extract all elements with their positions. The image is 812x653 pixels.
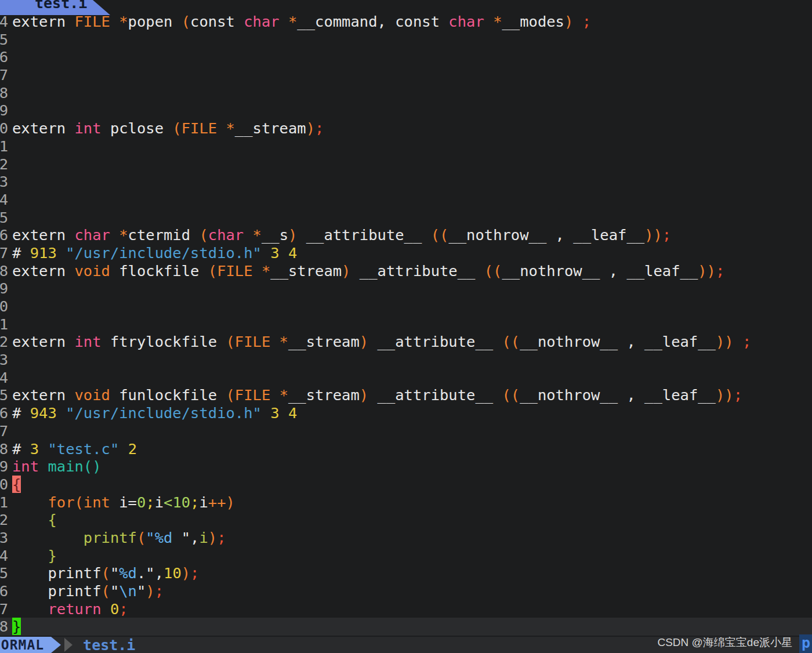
code-line[interactable]: 1088} (0, 618, 812, 636)
code-line[interactable]: 1074 (0, 369, 812, 387)
line-number: 1084 (0, 547, 8, 565)
watermark: CSDN @海绵宝宝de派小星 (657, 635, 792, 650)
code-text: } (12, 618, 21, 635)
code-text: extern char *ctermid (char *__s) __attri… (12, 226, 671, 244)
line-number: 1083 (0, 529, 8, 547)
code-line[interactable]: 1060extern int pclose (FILE *__stream); (0, 119, 812, 137)
code-text: extern FILE *popen (const char *__comman… (12, 13, 591, 30)
code-line[interactable]: 1063 (0, 173, 812, 191)
line-number: 1078 (0, 440, 8, 458)
line-number: 1064 (0, 191, 8, 209)
line-number: 1076 (0, 404, 8, 422)
line-number: 1057 (0, 66, 8, 84)
line-number: 1081 (0, 494, 8, 511)
code-text: printf("%d ",i); (12, 529, 226, 546)
line-number: 1088 (0, 618, 8, 636)
tab-test-i[interactable]: test.i (0, 0, 111, 15)
code-line[interactable]: 1086 printf("\n"); (0, 582, 812, 600)
line-number: 1080 (0, 476, 8, 494)
corner-glyph: p (799, 634, 812, 653)
code-line[interactable]: 1081 for(int i=0;i<10;i++) (0, 494, 812, 511)
code-line[interactable]: 1084 } (0, 547, 812, 565)
code-line[interactable]: 1055 (0, 31, 812, 49)
line-number: 1069 (0, 280, 8, 298)
tabline: test.i (0, 0, 812, 15)
code-text: extern int pclose (FILE *__stream); (12, 119, 324, 137)
line-number: 1058 (0, 84, 8, 102)
code-text: extern void flockfile (FILE *__stream) _… (12, 262, 724, 280)
code-text: int main() (12, 458, 102, 475)
code-line[interactable]: 1079int main() (0, 458, 812, 476)
code-line[interactable]: 1083 printf("%d ",i); (0, 529, 812, 547)
line-number: 1072 (0, 333, 8, 351)
line-number: 1073 (0, 351, 8, 369)
code-line[interactable]: 1059 (0, 101, 812, 119)
code-line[interactable]: 1065 (0, 209, 812, 227)
chevron-right-icon (64, 638, 72, 652)
code-line[interactable]: 1075extern void funlockfile (FILE *__str… (0, 386, 812, 404)
code-line[interactable]: 1085 printf("%d.",10); (0, 564, 812, 582)
line-number: 1070 (0, 298, 8, 315)
line-number: 1074 (0, 369, 8, 387)
code-text: for(int i=0;i<10;i++) (12, 494, 235, 511)
line-number: 1086 (0, 582, 8, 600)
line-number: 1075 (0, 386, 8, 404)
code-line[interactable]: 1070 (0, 298, 812, 315)
line-number: 1063 (0, 173, 8, 191)
line-number: 1068 (0, 262, 8, 280)
statusline-filename: test.i (83, 637, 135, 653)
code-line[interactable]: 1069 (0, 280, 812, 298)
line-number: 1067 (0, 244, 8, 262)
code-line[interactable]: 1082 { (0, 511, 812, 529)
powerline-arrow-icon (51, 637, 61, 653)
line-number: 1085 (0, 564, 8, 582)
code-text: return 0; (12, 600, 128, 618)
code-line[interactable]: 1064 (0, 191, 812, 209)
code-line[interactable]: 1073 (0, 351, 812, 369)
code-line[interactable]: 1071 (0, 315, 812, 333)
code-line[interactable]: 1067# 913 "/usr/include/stdio.h" 3 4 (0, 244, 812, 262)
code-text: printf("\n"); (12, 582, 164, 600)
editor-buffer[interactable]: 1054extern FILE *popen (const char *__co… (0, 13, 812, 636)
code-line[interactable]: 1078# 3 "test.c" 2 (0, 440, 812, 458)
code-line[interactable]: 1066extern char *ctermid (char *__s) __a… (0, 226, 812, 244)
line-number: 1061 (0, 137, 8, 155)
code-line[interactable]: 1072extern int ftrylockfile (FILE *__str… (0, 333, 812, 351)
mode-indicator: NORMAL (0, 637, 51, 653)
line-number: 1077 (0, 422, 8, 440)
code-line[interactable]: 1061 (0, 137, 812, 155)
line-number: 1066 (0, 226, 8, 244)
vim-terminal-window: test.i 1054extern FILE *popen (const cha… (0, 0, 812, 653)
code-text: # 913 "/usr/include/stdio.h" 3 4 (12, 244, 297, 262)
code-line[interactable]: 1077 (0, 422, 812, 440)
line-number: 1056 (0, 48, 8, 66)
code-text: { (12, 511, 57, 528)
code-text: } (12, 547, 57, 564)
code-text: extern int ftrylockfile (FILE *__stream)… (12, 333, 751, 350)
code-text: extern void funlockfile (FILE *__stream)… (12, 386, 742, 404)
code-line[interactable]: 1056 (0, 48, 812, 66)
code-line[interactable]: 1080{ (0, 476, 812, 494)
line-number: 1071 (0, 315, 8, 333)
code-text: # 3 "test.c" 2 (12, 440, 137, 458)
code-line[interactable]: 1087 return 0; (0, 600, 812, 618)
line-number: 1082 (0, 511, 8, 529)
line-number: 1059 (0, 101, 8, 119)
code-text: # 943 "/usr/include/stdio.h" 3 4 (12, 404, 297, 422)
code-line[interactable]: 1058 (0, 84, 812, 102)
line-number: 1060 (0, 119, 8, 137)
code-line[interactable]: 1057 (0, 66, 812, 84)
line-number: 1079 (0, 458, 8, 476)
line-number: 1087 (0, 600, 8, 618)
code-line[interactable]: 1076# 943 "/usr/include/stdio.h" 3 4 (0, 404, 812, 422)
tab-label: test.i (0, 0, 111, 12)
line-number: 1062 (0, 155, 8, 173)
line-number: 1065 (0, 209, 8, 227)
code-line[interactable]: 1068extern void flockfile (FILE *__strea… (0, 262, 812, 280)
mode-label: NORMAL (0, 637, 44, 652)
code-line[interactable]: 1054extern FILE *popen (const char *__co… (0, 13, 812, 31)
line-number: 1055 (0, 31, 8, 49)
code-text: { (12, 476, 21, 493)
code-text: printf("%d.",10); (12, 564, 199, 582)
code-line[interactable]: 1062 (0, 155, 812, 173)
